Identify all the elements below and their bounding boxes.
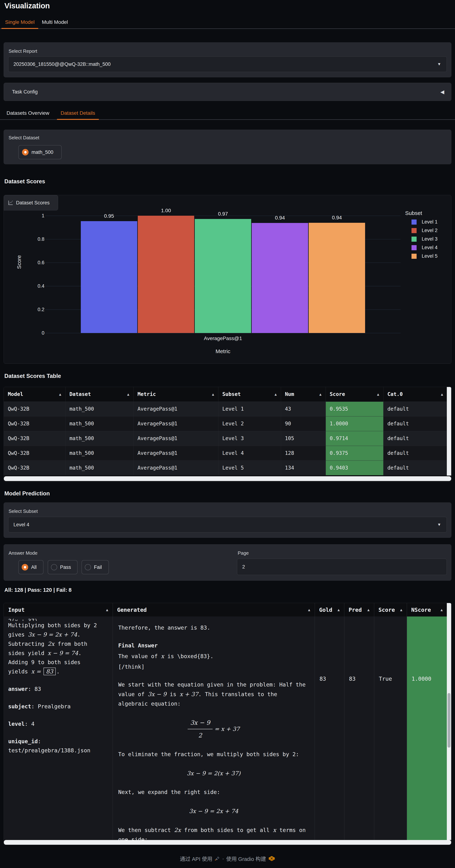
legend-item[interactable]: Level 5 [411, 253, 437, 259]
radio-unselected-icon[interactable] [85, 564, 91, 570]
sort-asc-icon[interactable]: ▲ [127, 392, 129, 397]
radio-selected-icon[interactable] [22, 149, 29, 155]
bar[interactable] [138, 216, 194, 333]
select-report-panel: Select Report 20250306_181550@@QwQ-32B::… [4, 42, 451, 77]
vertical-scrollbar[interactable] [447, 603, 451, 840]
x-axis-title: Metric [81, 348, 365, 354]
col-input[interactable]: Input▲ [4, 603, 113, 617]
legend-label: Level 1 [422, 219, 437, 225]
tab-single-model[interactable]: Single Model [1, 17, 38, 29]
legend-item[interactable]: Level 3 [411, 236, 437, 242]
pred-cell[interactable]: 83 [344, 617, 374, 845]
chevron-down-icon[interactable]: ▼ [437, 522, 441, 527]
col-cat0[interactable]: Cat.0▲ [383, 387, 447, 402]
footer-built-text[interactable]: 使用 Gradio 构建 [226, 855, 266, 862]
chart-tab-chip[interactable]: Dataset Scores [4, 195, 58, 210]
table-row[interactable]: QwQ-32Bmath_500 AveragePass@1Level 3 105… [4, 431, 447, 446]
gridline [45, 333, 401, 333]
legend-swatch [411, 219, 417, 225]
mode-pass-label: Pass [60, 564, 71, 570]
nscore-cell[interactable]: 1.0000 [407, 617, 447, 845]
report-dropdown-value: 20250306_181550@@QwQ-32B::math_500 [13, 61, 111, 67]
gold-cell[interactable]: 83 [315, 617, 344, 845]
legend-swatch [411, 228, 417, 233]
legend-item[interactable]: Level 1 [411, 219, 437, 225]
mode-radio-all[interactable]: All [18, 560, 44, 574]
legend-item[interactable]: Level 4 [411, 245, 437, 250]
bar[interactable] [81, 221, 137, 333]
col-gold[interactable]: Gold▲ [315, 603, 344, 617]
col-nscore[interactable]: NScore▲ [407, 603, 447, 617]
tab-multi-model[interactable]: Multi Model [38, 17, 72, 29]
col-model[interactable]: Model▲ [4, 387, 65, 402]
horizontal-scrollbar[interactable] [4, 476, 451, 481]
mode-radio-fail[interactable]: Fail [82, 560, 109, 574]
bar-level-1[interactable]: 0.95 [81, 216, 137, 333]
col-score[interactable]: Score▲ [374, 603, 407, 617]
col-dataset[interactable]: Dataset▲ [65, 387, 134, 402]
radio-unselected-icon[interactable] [51, 564, 57, 570]
sort-asc-icon[interactable]: ▲ [59, 392, 61, 397]
chevron-down-icon[interactable]: ▼ [437, 62, 441, 67]
y-tick: 0.6 [20, 260, 45, 266]
generated-cell[interactable]: Therefore, the answer is 83. Final Answe… [113, 617, 315, 845]
bar-level-3[interactable]: 0.97 [195, 216, 251, 333]
table-row[interactable]: QwQ-32Bmath_500 AveragePass@1Level 4 128… [4, 446, 447, 461]
sort-asc-icon[interactable]: ▲ [275, 392, 277, 397]
sort-asc-icon[interactable]: ▲ [319, 392, 321, 397]
table-row[interactable]: QwQ-32Bmath_500 AveragePass@1Level 5 134… [4, 461, 447, 475]
col-metric[interactable]: Metric▲ [134, 387, 218, 402]
sort-asc-icon[interactable]: ▲ [441, 392, 443, 397]
sort-asc-icon[interactable]: ▲ [377, 392, 379, 397]
col-generated[interactable]: Generated▲ [113, 603, 315, 617]
dataset-scores-table: Model▲ Dataset▲ Metric▲ Subset▲ Num▲ Sco… [4, 387, 451, 482]
tab-dataset-details[interactable]: Dataset Details [57, 107, 99, 120]
radio-selected-icon[interactable] [22, 564, 28, 570]
score-cell: 0.9375 [325, 446, 383, 461]
sort-asc-icon[interactable]: ▲ [106, 608, 108, 612]
col-pred[interactable]: Pred▲ [344, 603, 374, 617]
bar-level-5[interactable]: 0.94 [309, 216, 365, 333]
sort-asc-icon[interactable]: ▲ [212, 392, 214, 397]
dataset-scores-heading: Dataset Scores [4, 178, 45, 185]
sort-asc-icon[interactable]: ▲ [440, 608, 443, 612]
bar-level-4[interactable]: 0.94 [252, 216, 308, 333]
mode-radio-pass[interactable]: Pass [48, 560, 78, 574]
prediction-row[interactable]: 2(x + 37) Multiplying both sides by 2 gi… [4, 617, 447, 845]
col-num[interactable]: Num▲ [281, 387, 325, 402]
sort-asc-icon[interactable]: ▲ [337, 608, 340, 612]
y-tick: 0.8 [20, 237, 45, 242]
legend-label: Level 3 [422, 236, 437, 242]
collapse-arrow-icon[interactable]: ◀ [440, 89, 444, 95]
dataset-radio-math500[interactable]: math_500 [18, 145, 62, 159]
bar[interactable] [309, 223, 365, 333]
footer-api-text[interactable]: 通过 API 使用 [180, 855, 212, 862]
table-row[interactable]: QwQ-32Bmath_500 AveragePass@1Level 1 43 … [4, 402, 447, 416]
legend-item[interactable]: Level 2 [411, 228, 437, 233]
page-input[interactable]: 2 [237, 559, 447, 575]
sort-asc-icon[interactable]: ▲ [308, 608, 310, 612]
score-cell[interactable]: True [374, 617, 407, 845]
report-dropdown[interactable]: 20250306_181550@@QwQ-32B::math_500 ▼ [8, 56, 447, 72]
bar-level-2[interactable]: 1.00 [138, 216, 194, 333]
subset-dropdown[interactable]: Level 4 ▼ [8, 517, 447, 532]
select-dataset-panel: Select Dataset math_500 [4, 130, 451, 164]
score-cell: 0.9535 [325, 402, 383, 416]
sort-asc-icon[interactable]: ▲ [400, 608, 402, 612]
table-row[interactable]: QwQ-32Bmath_500 AveragePass@1Level 2 90 … [4, 416, 447, 431]
y-tick: 1 [20, 213, 45, 219]
score-cell: 0.9403 [325, 461, 383, 475]
bar[interactable] [195, 219, 251, 333]
vertical-scrollbar[interactable] [447, 387, 451, 475]
horizontal-scrollbar[interactable] [4, 840, 451, 845]
task-config-accordion[interactable]: Task Config ◀ [4, 83, 451, 101]
input-cell[interactable]: 2(x + 37) Multiplying both sides by 2 gi… [4, 617, 113, 845]
col-subset[interactable]: Subset▲ [218, 387, 281, 402]
scrollbar-thumb[interactable] [448, 693, 451, 748]
bar-value-label: 0.94 [252, 215, 308, 221]
select-subset-panel: Select Subset Level 4 ▼ [4, 502, 451, 538]
sort-asc-icon[interactable]: ▲ [367, 608, 369, 612]
col-score[interactable]: Score▲ [325, 387, 383, 402]
bar[interactable] [252, 223, 308, 333]
tab-datasets-overview[interactable]: Datasets Overview [3, 107, 53, 120]
